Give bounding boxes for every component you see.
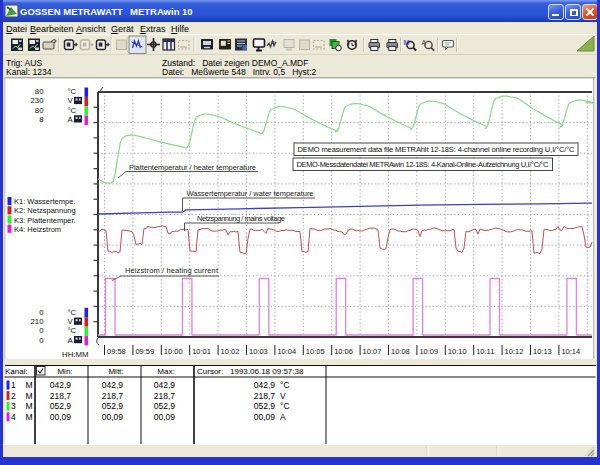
svg-text:A: A: [68, 115, 74, 124]
svg-text:052,9: 052,9: [254, 401, 276, 411]
svg-text:°C: °C: [68, 308, 77, 317]
svg-text:K4: Heizstrom: K4: Heizstrom: [14, 225, 61, 234]
svg-text:°C: °C: [280, 401, 290, 411]
svg-text:10:11: 10:11: [476, 347, 494, 356]
svg-text:°C: °C: [68, 326, 77, 335]
svg-text:10:00: 10:00: [164, 347, 183, 356]
svg-text:Mitt:: Mitt:: [108, 367, 123, 376]
svg-text:4: 4: [11, 412, 16, 422]
svg-text:10:02: 10:02: [221, 347, 240, 356]
svg-text:042,9: 042,9: [254, 380, 276, 390]
svg-text:10:09: 10:09: [419, 347, 438, 356]
svg-text:10:12: 10:12: [505, 347, 524, 356]
svg-text:10:06: 10:06: [334, 347, 353, 356]
svg-text:DEMO measurement data file MET: DEMO measurement data file METRAhit 12-1…: [298, 145, 576, 154]
svg-text:10:08: 10:08: [391, 347, 410, 356]
svg-text:Wassertemperatur / water tempe: Wassertemperatur / water temperature: [187, 189, 314, 198]
svg-text:0: 0: [39, 326, 44, 335]
svg-text:10:04: 10:04: [277, 347, 296, 356]
svg-text:Max:: Max:: [157, 367, 174, 376]
svg-text:218,7: 218,7: [102, 391, 124, 401]
svg-text:218,7: 218,7: [154, 391, 176, 401]
svg-text:00,09: 00,09: [254, 412, 276, 422]
svg-text:1: 1: [11, 380, 16, 390]
svg-text:M: M: [26, 412, 33, 422]
svg-text:K1: Wassertempe.: K1: Wassertempe.: [14, 197, 75, 206]
svg-text:Heizstrom / heating current: Heizstrom / heating current: [125, 266, 219, 275]
svg-text:80: 80: [35, 106, 44, 115]
svg-text:218,7: 218,7: [254, 391, 276, 401]
svg-text:80: 80: [35, 87, 44, 96]
svg-text:V: V: [280, 391, 286, 401]
svg-text:052,9: 052,9: [102, 401, 124, 411]
svg-text:Min:: Min:: [57, 367, 72, 376]
svg-text:°C: °C: [68, 106, 77, 115]
svg-text:042,9: 042,9: [102, 380, 124, 390]
svg-text:K3: Plattentemper.: K3: Plattentemper.: [14, 216, 76, 225]
svg-text:218,7: 218,7: [50, 391, 72, 401]
svg-text:10:03: 10:03: [249, 347, 268, 356]
svg-text:M: M: [26, 380, 33, 390]
svg-text:0: 0: [39, 336, 44, 345]
svg-text:042,9: 042,9: [154, 380, 176, 390]
svg-text:042,9: 042,9: [50, 380, 72, 390]
svg-text:8: 8: [39, 115, 43, 124]
svg-text:09:58: 09:58: [107, 347, 126, 356]
svg-text:HH:MM: HH:MM: [62, 350, 88, 359]
svg-text:M: M: [26, 401, 33, 411]
svg-text:K2: Netzspannung: K2: Netzspannung: [14, 206, 76, 215]
svg-text:V: V: [68, 317, 74, 326]
svg-text:09:59: 09:59: [135, 347, 154, 356]
svg-text:DEMO-Messdatendatei METRAwin 1: DEMO-Messdatendatei METRAwin 12-18S: 4-K…: [297, 160, 550, 169]
svg-text:A: A: [280, 412, 286, 422]
svg-text:052,9: 052,9: [154, 401, 176, 411]
svg-text:10:10: 10:10: [448, 347, 467, 356]
svg-text:230: 230: [30, 96, 44, 105]
svg-text:w: w: [270, 39, 276, 45]
svg-text:00,09: 00,09: [154, 412, 176, 422]
svg-text:3: 3: [11, 401, 16, 411]
svg-text:A: A: [68, 336, 74, 345]
svg-text:1993.06.18 09:57:38: 1993.06.18 09:57:38: [230, 367, 304, 376]
svg-text:10:13: 10:13: [533, 347, 552, 356]
svg-text:00,09: 00,09: [102, 412, 124, 422]
svg-text:Plattentemperatur / heater tem: Plattentemperatur / heater temperature: [129, 163, 256, 172]
svg-text:Kanal:: Kanal:: [5, 367, 28, 376]
svg-text:00,09: 00,09: [50, 412, 72, 422]
svg-text:10:07: 10:07: [363, 347, 382, 356]
svg-text:0: 0: [39, 308, 44, 317]
svg-text:M: M: [26, 391, 33, 401]
svg-text:V: V: [68, 96, 74, 105]
svg-text:10:14: 10:14: [561, 347, 580, 356]
svg-text:052,9: 052,9: [50, 401, 72, 411]
svg-text:210: 210: [30, 317, 44, 326]
svg-text:°C: °C: [68, 87, 77, 96]
svg-text:2: 2: [11, 391, 16, 401]
svg-text:°C: °C: [280, 380, 290, 390]
svg-text:Netzspannung / mains voltage: Netzspannung / mains voltage: [197, 214, 285, 223]
svg-text:10:01: 10:01: [192, 347, 211, 356]
svg-text:10:05: 10:05: [306, 347, 325, 356]
svg-text:Cursor:: Cursor:: [197, 367, 223, 376]
